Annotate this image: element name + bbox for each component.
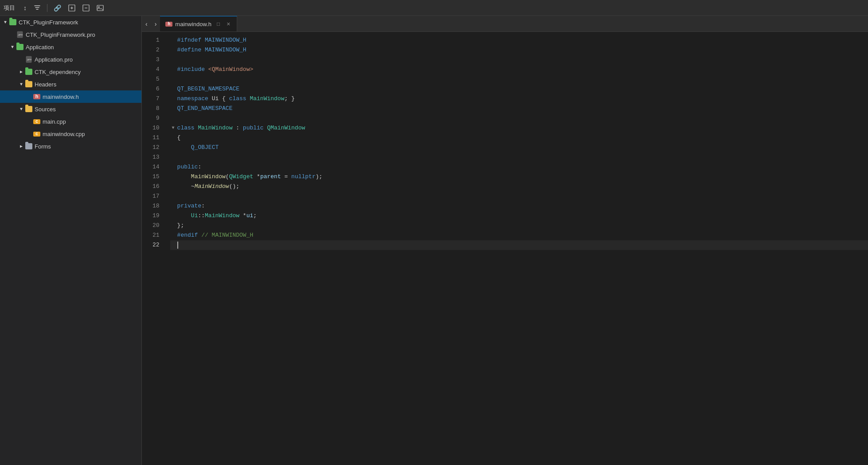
- code-line-18: private:: [170, 201, 868, 211]
- toolbar-add-btn[interactable]: [66, 3, 78, 13]
- code-line-15: MainWindow(QWidget *parent = nullptr);: [170, 172, 868, 182]
- line-num-20: 20: [142, 221, 167, 231]
- line-num-22: 22: [142, 240, 167, 250]
- text-cursor: [177, 242, 178, 249]
- line-num-5: 5: [142, 74, 167, 84]
- pro-icon-ctk: .pro: [16, 31, 24, 39]
- tree-arrow-sources[interactable]: [18, 106, 25, 113]
- code-line-13: [170, 152, 868, 162]
- tree-item-ctk-dep[interactable]: CTK_dependency: [0, 66, 141, 78]
- tab-close-btn[interactable]: ×: [225, 20, 231, 28]
- tab-prev-btn[interactable]: ‹: [142, 16, 151, 31]
- line-num-12: 12: [142, 143, 167, 152]
- code-line-10: class MainWindow : public QMainWindow: [170, 123, 868, 133]
- code-line-20: };: [170, 221, 868, 231]
- tree-arrow-application[interactable]: [9, 43, 16, 51]
- tree-item-sources[interactable]: Sources: [0, 103, 141, 115]
- toolbar-updown-btn[interactable]: ↕: [21, 3, 29, 13]
- tree-arrow-headers[interactable]: [18, 81, 25, 88]
- tree-item-headers[interactable]: Headers: [0, 78, 141, 90]
- toolbar-sep1: [47, 4, 47, 12]
- svg-text:.pro: .pro: [17, 34, 23, 36]
- tree-label-ctk-dep: CTK_dependency: [35, 69, 81, 75]
- tab-mainwindow-h[interactable]: h mainwindow.h □ ×: [160, 16, 237, 31]
- code-line-9: [170, 113, 868, 123]
- code-line-22: [170, 240, 868, 250]
- code-line-11: {: [170, 133, 868, 143]
- tree-item-main-cpp[interactable]: c main.cpp: [0, 115, 141, 128]
- code-line-4: #include <QMainWindow>: [170, 65, 868, 74]
- line-num-13: 13: [142, 152, 167, 162]
- tab-split-btn[interactable]: □: [214, 21, 223, 27]
- tree-label-headers: Headers: [35, 81, 56, 88]
- toolbar-link-btn[interactable]: 🔗: [51, 3, 63, 13]
- tree-label-application: Application: [26, 44, 54, 51]
- tree-label-main-cpp: main.cpp: [43, 118, 66, 125]
- toolbar-image-btn[interactable]: [94, 3, 106, 13]
- line-num-6: 6: [142, 84, 167, 94]
- tree-item-app-pro[interactable]: .pro Application.pro: [0, 53, 141, 66]
- line-num-3: 3: [142, 55, 167, 65]
- toolbar-minus-btn[interactable]: [80, 3, 92, 13]
- code-line-3: [170, 55, 868, 65]
- tree-item-ctk-pro[interactable]: .pro CTK_PluginFramework.pro: [0, 28, 141, 41]
- tab-file-icon: h: [165, 22, 172, 27]
- code-line-8: QT_END_NAMESPACE: [170, 104, 868, 113]
- folder-icon-sources: [25, 105, 33, 113]
- tree-item-mainwindow-h[interactable]: h mainwindow.h: [0, 90, 141, 103]
- tree-label-ctk-pro: CTK_PluginFramework.pro: [26, 31, 95, 38]
- code-line-5: [170, 74, 868, 84]
- line-num-16: 16: [142, 182, 167, 191]
- toolbar-project-label: 项目: [4, 4, 15, 12]
- code-line-2: #define MAINWINDOW_H: [170, 45, 868, 55]
- editor-area: ‹ › h mainwindow.h □ × 1 2 3 4 5 6 7 8 9…: [142, 16, 868, 465]
- tree-arrow-forms[interactable]: [18, 143, 25, 150]
- tree-arrow-root[interactable]: [2, 19, 9, 26]
- line-num-15: 15: [142, 172, 167, 182]
- code-line-7: namespace Ui { class MainWindow; }: [170, 94, 868, 104]
- file-tree: CTK_PluginFramework .pro CTK_PluginFrame…: [0, 16, 142, 465]
- line-num-14: 14: [142, 162, 167, 172]
- code-line-14: public:: [170, 162, 868, 172]
- tree-item-mainwindow-cpp[interactable]: c mainwindow.cpp: [0, 128, 141, 140]
- pro-icon-app: .pro: [25, 55, 33, 63]
- folder-icon-ctk-dep: [25, 68, 33, 76]
- tree-arrow-ctk-dep[interactable]: [18, 68, 25, 75]
- code-line-12: Q_OBJECT: [170, 143, 868, 152]
- tree-label-forms: Forms: [35, 143, 51, 150]
- tree-item-application[interactable]: Application: [0, 41, 141, 53]
- line-num-21: 21: [142, 231, 167, 240]
- tree-item-forms[interactable]: Forms: [0, 140, 141, 152]
- line-num-1: 1: [142, 35, 167, 45]
- line-num-10: 10: [142, 123, 167, 133]
- folder-icon-application: [16, 43, 24, 51]
- code-editor[interactable]: 1 2 3 4 5 6 7 8 9 10 11 12 13 14 15 16 1…: [142, 32, 868, 465]
- tree-label-mainwindow-h: mainwindow.h: [43, 94, 79, 100]
- folder-icon-root: [9, 18, 17, 26]
- tree-label-mainwindow-cpp: mainwindow.cpp: [43, 131, 85, 137]
- svg-rect-5: [97, 5, 103, 11]
- fold-arrow-10[interactable]: [170, 125, 176, 131]
- line-num-8: 8: [142, 104, 167, 113]
- line-num-19: 19: [142, 211, 167, 221]
- code-line-6: QT_BEGIN_NAMESPACE: [170, 84, 868, 94]
- svg-text:.pro: .pro: [26, 59, 31, 61]
- line-num-2: 2: [142, 45, 167, 55]
- tree-label-app-pro: Application.pro: [35, 56, 73, 63]
- code-line-19: Ui::MainWindow *ui;: [170, 211, 868, 221]
- toolbar-filter-btn[interactable]: [31, 3, 43, 13]
- code-line-1: #ifndef MAINWINDOW_H: [170, 35, 868, 45]
- tab-next-btn[interactable]: ›: [151, 16, 160, 31]
- code-content[interactable]: #ifndef MAINWINDOW_H #define MAINWINDOW_…: [167, 32, 868, 465]
- folder-icon-headers: [25, 80, 33, 88]
- line-num-9: 9: [142, 113, 167, 123]
- line-num-17: 17: [142, 191, 167, 201]
- line-num-7: 7: [142, 94, 167, 104]
- main-container: CTK_PluginFramework .pro CTK_PluginFrame…: [0, 16, 868, 465]
- cpp-icon-mainwindow: c: [33, 130, 41, 138]
- line-numbers: 1 2 3 4 5 6 7 8 9 10 11 12 13 14 15 16 1…: [142, 32, 167, 465]
- cpp-icon-main: c: [33, 117, 41, 125]
- code-line-21: #endif // MAINWINDOW_H: [170, 231, 868, 240]
- tree-item-root[interactable]: CTK_PluginFramework: [0, 16, 141, 28]
- tree-label-sources: Sources: [35, 106, 56, 113]
